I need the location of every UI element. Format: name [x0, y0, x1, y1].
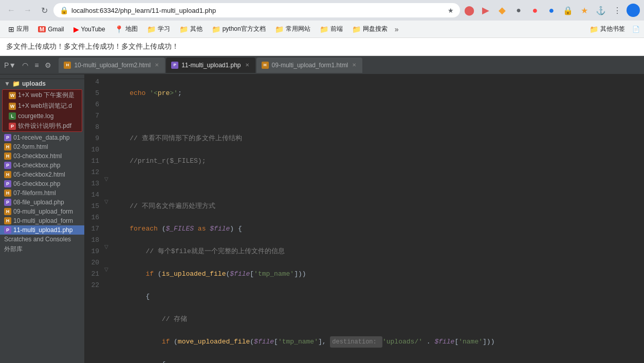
- file4-type-icon: P: [9, 123, 16, 130]
- folder-arrow-icon: ▼: [4, 80, 10, 87]
- tree-03-checkbox[interactable]: H 03-checkbox.html: [0, 151, 84, 161]
- bookmark-gmail[interactable]: M Gmail: [34, 24, 68, 35]
- code-line-8: [114, 178, 644, 189]
- bookmark-youtube[interactable]: ▶ YouTube: [69, 23, 109, 35]
- frontend-icon: 📁: [320, 25, 328, 33]
- tree-05-label: 05-checkbox2.html: [13, 171, 65, 178]
- code-line-7: //print_r($_FILES);: [114, 156, 644, 167]
- profile-avatar[interactable]: [627, 4, 640, 17]
- project-header[interactable]: [0, 74, 84, 79]
- file4-name: 软件设计说明书.pdf: [18, 122, 71, 130]
- forward-button[interactable]: →: [21, 3, 35, 17]
- line-numbers: 4 5 6 7 8 9 10 11 12 13 14 15 16 17 18 1…: [85, 74, 103, 363]
- tree-11-multi[interactable]: P 11-multi_upload1.php: [0, 225, 84, 235]
- tree-01-label: 01-receive_data.php: [13, 134, 69, 141]
- bookmark-frontend[interactable]: 📁 前端: [316, 23, 347, 35]
- back-button[interactable]: ←: [4, 3, 19, 17]
- cloud-icon: 📁: [352, 25, 361, 33]
- ext5-icon[interactable]: ●: [544, 3, 559, 17]
- code-content[interactable]: echo '<pre>'; // 查看不同情形下的多文件上传结构 //print…: [112, 74, 644, 363]
- file2-name: 1+X web培训笔记.d: [18, 102, 72, 110]
- bookmark-cloud[interactable]: 📁 网盘搜索: [348, 23, 392, 35]
- tree-07-fileform[interactable]: H 07-fileform.html: [0, 188, 84, 198]
- success-message: 多文件上传成功！多文件上传成功！多文件上传成功！: [6, 42, 179, 50]
- selected-file-4[interactable]: P 软件设计说明书.pdf: [3, 121, 82, 131]
- tab1-type-icon: H: [64, 62, 71, 69]
- code-gutter: ▽ ▽ ▽ ▽: [103, 74, 112, 363]
- code-line-11: // 每个$file就是一个完整的上传文件的信息: [114, 246, 644, 257]
- bookmark-youtube-label: YouTube: [81, 26, 105, 33]
- ext2-icon[interactable]: ◆: [495, 3, 509, 17]
- more-bookmarks-btn[interactable]: »: [395, 25, 399, 33]
- tree-scratches-label: Scratches and Consoles: [4, 236, 71, 243]
- tree-10-multi[interactable]: H 10-multi_upload_form: [0, 216, 84, 225]
- tab-09-multi[interactable]: H 09-multi_upload_form1.html ✕: [256, 58, 363, 73]
- star-icon: ★: [448, 7, 454, 14]
- tree-external[interactable]: 外部库: [0, 244, 84, 255]
- lock-icon: 🔒: [60, 6, 68, 14]
- python-icon: 📁: [212, 25, 220, 33]
- tree-01-receive[interactable]: P 01-receive_data.php: [0, 133, 84, 142]
- ext9-icon[interactable]: ⋮: [610, 3, 624, 17]
- bookmarks-bar: ⊞ 应用 M Gmail ▶ YouTube 📍 地图 📁 学习 📁 其他 📁 …: [0, 21, 644, 38]
- ext6-icon[interactable]: 🔒: [561, 3, 575, 17]
- bookmark-apps[interactable]: ⊞ 应用: [4, 23, 33, 35]
- tree-08-icon: P: [4, 199, 11, 206]
- tab3-type-icon: H: [262, 62, 269, 69]
- fold-arrow-15[interactable]: ▽: [104, 244, 108, 250]
- code-line-15: if (move_uploaded_file($file['tmp_name']…: [114, 336, 644, 348]
- bookmark-study[interactable]: 📁 学习: [143, 23, 174, 35]
- tree-05-checkbox2[interactable]: H 05-checkbox2.html: [0, 170, 84, 179]
- tree-04-icon: P: [4, 162, 11, 169]
- ext1-icon[interactable]: ▶: [479, 3, 493, 17]
- bookmark-cloud-label: 网盘搜索: [363, 25, 388, 33]
- success-bar: 多文件上传成功！多文件上传成功！多文件上传成功！: [0, 38, 644, 56]
- browser-nav-right: ⬤ ▶ ◆ ● ● ● 🔒 ★ ⚓ ⋮: [462, 3, 640, 17]
- selected-file-1[interactable]: W 1+X web 下午案例是: [3, 90, 82, 101]
- code-line-16: {: [114, 359, 644, 363]
- selected-files-box: W 1+X web 下午案例是 W 1+X web培训笔记.d L courge…: [2, 89, 82, 132]
- refresh-button[interactable]: ↻: [37, 3, 51, 17]
- tree-09-multi[interactable]: H 09-multi_upload_form: [0, 207, 84, 216]
- tab2-close-btn[interactable]: ✕: [244, 62, 250, 68]
- fold-arrow-10[interactable]: ▽: [104, 176, 108, 182]
- ext4-icon[interactable]: ●: [528, 3, 542, 17]
- ext8-icon[interactable]: ⚓: [594, 3, 608, 17]
- tree-09-icon: H: [4, 208, 11, 215]
- fold-arrow-18[interactable]: ▽: [104, 266, 108, 272]
- tree-07-label: 07-fileform.html: [13, 189, 56, 197]
- tree-02-form[interactable]: H 02-form.html: [0, 142, 84, 151]
- tree-06-icon: P: [4, 180, 11, 187]
- tree-08-file[interactable]: P 08-file_upload.php: [0, 198, 84, 207]
- ext3-icon[interactable]: ●: [511, 3, 526, 17]
- selected-file-3[interactable]: L courgette.log: [3, 111, 82, 121]
- ext7-icon[interactable]: ★: [577, 3, 592, 17]
- bookmark-common-label: 常用网站: [286, 25, 310, 33]
- uploads-folder[interactable]: ▼ 📁 uploads: [0, 79, 84, 88]
- bookmark-extra-icon[interactable]: 📄: [632, 26, 640, 33]
- other-bookmarks-btn[interactable]: 📁 其他书签: [585, 23, 629, 35]
- tab-11-multi[interactable]: P 11-multi_upload1.php ✕: [166, 58, 255, 73]
- address-bar[interactable]: 🔒 localhost:63342/php_learn/11-multi_upl…: [53, 3, 460, 17]
- bookmark-other[interactable]: 📁 其他: [175, 23, 207, 35]
- folder-uploads-icon: 📁: [12, 80, 20, 87]
- menu-icon[interactable]: ⬤: [462, 3, 476, 17]
- uploads-label: uploads: [22, 80, 46, 87]
- file3-name: courgette.log: [18, 112, 53, 120]
- ide-body: ▼ 📁 uploads W 1+X web 下午案例是 W 1+X web培训笔…: [0, 74, 644, 363]
- fold-arrow-12[interactable]: ▽: [104, 199, 108, 204]
- selected-file-2[interactable]: W 1+X web培训笔记.d: [3, 101, 82, 111]
- bookmark-common[interactable]: 📁 常用网站: [271, 23, 315, 35]
- tree-06-checkbox[interactable]: P 06-checkbox.php: [0, 179, 84, 188]
- tab-10-multi[interactable]: H 10-multi_upload_form2.html ✕: [59, 58, 165, 73]
- settings-icon: ⚙: [43, 60, 53, 70]
- tree-scratches[interactable]: Scratches and Consoles: [0, 235, 84, 244]
- tree-04-checkbox[interactable]: P 04-checkbox.php: [0, 161, 84, 170]
- sync-icon: ◠: [20, 60, 30, 70]
- bookmark-maps[interactable]: 📍 地图: [111, 23, 142, 35]
- tab1-close-btn[interactable]: ✕: [154, 62, 160, 68]
- url-text: localhost:63342/php_learn/11-multi_uploa…: [71, 7, 445, 14]
- tab3-close-btn[interactable]: ✕: [351, 62, 357, 68]
- bookmark-python[interactable]: 📁 python官方文档: [208, 23, 270, 35]
- file2-type-icon: W: [9, 103, 16, 110]
